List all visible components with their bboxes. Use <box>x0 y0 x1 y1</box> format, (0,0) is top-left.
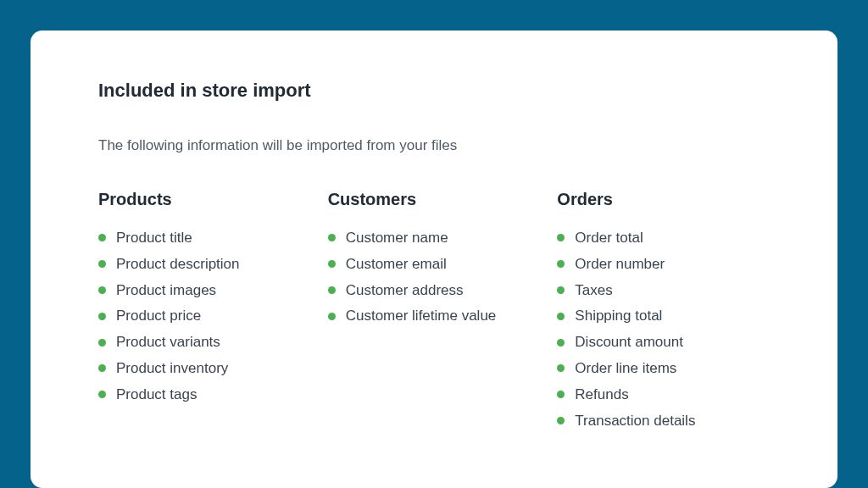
list-item: Shipping total <box>557 306 770 326</box>
bullet-icon <box>557 391 565 398</box>
item-label: Product price <box>116 306 201 326</box>
bullet-icon <box>557 417 565 424</box>
list-item: Product price <box>98 306 311 326</box>
list-customers: Customer name Customer email Customer ad… <box>328 228 541 326</box>
list-item: Discount amount <box>557 332 770 352</box>
bullet-icon <box>557 260 565 268</box>
column-orders: Orders Order total Order number Taxes Sh… <box>557 190 770 436</box>
item-label: Order line items <box>575 358 676 379</box>
list-item: Product description <box>98 254 311 274</box>
column-title: Products <box>98 190 311 209</box>
bullet-icon <box>98 313 106 320</box>
list-item: Order number <box>557 254 770 274</box>
list-item: Product images <box>98 280 311 301</box>
column-title: Orders <box>557 190 770 209</box>
item-label: Transaction details <box>575 411 695 431</box>
page-description: The following information will be import… <box>98 137 770 154</box>
item-label: Product variants <box>116 332 220 352</box>
column-customers: Customers Customer name Customer email C… <box>328 190 541 436</box>
item-label: Product images <box>116 280 216 301</box>
item-label: Order total <box>575 228 643 248</box>
bullet-icon <box>328 286 336 294</box>
item-label: Customer name <box>346 228 448 248</box>
bullet-icon <box>98 339 106 347</box>
list-item: Customer name <box>328 228 541 248</box>
item-label: Product tags <box>116 385 197 405</box>
list-item: Customer address <box>328 280 541 301</box>
bullet-icon <box>557 313 565 320</box>
list-item: Order line items <box>557 358 770 379</box>
item-label: Product title <box>116 228 192 248</box>
bullet-icon <box>98 234 106 241</box>
bullet-icon <box>98 391 106 398</box>
item-label: Discount amount <box>575 332 683 352</box>
bullet-icon <box>557 364 565 372</box>
bullet-icon <box>557 286 565 294</box>
item-label: Customer email <box>346 254 447 274</box>
item-label: Customer lifetime value <box>346 306 497 326</box>
list-item: Product tags <box>98 385 311 405</box>
bullet-icon <box>557 234 565 241</box>
bullet-icon <box>328 260 336 268</box>
list-orders: Order total Order number Taxes Shipping … <box>557 228 770 430</box>
column-title: Customers <box>328 190 541 209</box>
list-item: Customer email <box>328 254 541 274</box>
list-item: Refunds <box>557 385 770 405</box>
bullet-icon <box>98 286 106 294</box>
list-item: Customer lifetime value <box>328 306 541 326</box>
bullet-icon <box>557 339 565 347</box>
list-item: Product variants <box>98 332 311 352</box>
list-item: Product inventory <box>98 358 311 379</box>
item-label: Taxes <box>575 280 612 301</box>
bullet-icon <box>98 260 106 268</box>
column-products: Products Product title Product descripti… <box>98 190 311 436</box>
list-item: Product title <box>98 228 311 248</box>
page-title: Included in store import <box>98 80 770 102</box>
list-products: Product title Product description Produc… <box>98 228 311 405</box>
bullet-icon <box>98 364 106 372</box>
item-label: Shipping total <box>575 306 662 326</box>
list-item: Order total <box>557 228 770 248</box>
bullet-icon <box>328 313 336 320</box>
list-item: Taxes <box>557 280 770 301</box>
item-label: Product description <box>116 254 240 274</box>
bullet-icon <box>328 234 336 241</box>
item-label: Order number <box>575 254 665 274</box>
item-label: Product inventory <box>116 358 228 379</box>
card-container: Included in store import The following i… <box>31 30 837 488</box>
item-label: Customer address <box>346 280 464 301</box>
list-item: Transaction details <box>557 411 770 431</box>
columns-container: Products Product title Product descripti… <box>98 190 770 436</box>
item-label: Refunds <box>575 385 628 405</box>
